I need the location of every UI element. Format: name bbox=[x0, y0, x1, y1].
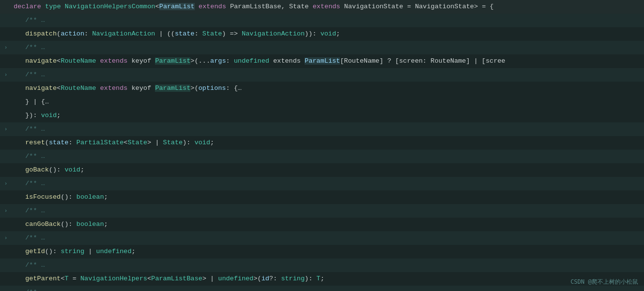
line-content-0: declare type NavigationHelpersCommon<Par… bbox=[12, 0, 644, 13]
code-token: isFocused bbox=[25, 193, 61, 201]
code-token: State bbox=[128, 139, 148, 146]
code-line-4: navigate<RouteName extends keyof ParamLi… bbox=[0, 54, 644, 68]
code-token: < bbox=[57, 57, 61, 65]
code-token: void bbox=[321, 30, 336, 37]
code-token: /** … bbox=[25, 71, 45, 78]
line-content-13: /** … bbox=[12, 177, 644, 190]
code-token: string bbox=[281, 275, 305, 282]
gutter-9[interactable]: › bbox=[0, 126, 12, 132]
code-token: /** … bbox=[25, 207, 45, 214]
code-token: state bbox=[175, 30, 195, 37]
code-token: ParamList bbox=[159, 3, 195, 10]
code-token: action bbox=[61, 30, 85, 37]
collapse-arrow-icon[interactable]: › bbox=[4, 181, 8, 187]
collapse-arrow-icon[interactable]: › bbox=[4, 45, 8, 51]
code-token: NavigationAction bbox=[242, 30, 305, 37]
line-content-10: reset(state: PartialState<State> | State… bbox=[12, 137, 644, 149]
code-token: reset bbox=[25, 139, 45, 146]
collapse-arrow-icon[interactable]: › bbox=[4, 126, 8, 132]
code-token: /** … bbox=[25, 125, 45, 133]
code-token: string bbox=[61, 248, 85, 255]
gutter-3[interactable]: › bbox=[0, 45, 12, 51]
code-token: < bbox=[61, 275, 65, 282]
code-line-20: getParent<T = NavigationHelpers<ParamLis… bbox=[0, 272, 644, 286]
code-line-1: /** … bbox=[0, 14, 644, 27]
code-token: getId bbox=[25, 248, 45, 255]
line-content-9: /** … bbox=[12, 123, 644, 136]
code-line-8: }): void; bbox=[0, 109, 644, 122]
code-token: T bbox=[317, 275, 321, 282]
code-token: ParamListBase bbox=[151, 275, 202, 282]
code-token: undefined bbox=[96, 248, 132, 255]
code-token: extends bbox=[100, 85, 128, 92]
line-content-20: getParent<T = NavigationHelpers<ParamLis… bbox=[12, 273, 644, 285]
code-token: /** … bbox=[25, 17, 45, 24]
line-content-14: isFocused(): boolean; bbox=[12, 191, 644, 204]
collapse-arrow-icon[interactable]: › bbox=[4, 72, 8, 78]
code-token: boolean bbox=[76, 221, 104, 228]
code-line-17: ›/** … bbox=[0, 231, 644, 245]
code-token: State bbox=[203, 30, 222, 37]
code-token: extends bbox=[313, 3, 340, 10]
code-token: NavigationHelpers bbox=[80, 275, 147, 282]
line-content-8: }): void; bbox=[12, 109, 644, 122]
line-content-3: /** … bbox=[12, 41, 644, 54]
line-content-5: /** … bbox=[12, 68, 644, 81]
code-token: NavigationHelpersCommon bbox=[61, 3, 155, 10]
line-content-12: goBack(): void; bbox=[12, 164, 644, 176]
code-line-7: } | {… bbox=[0, 95, 644, 109]
collapse-arrow-icon[interactable]: › bbox=[4, 208, 8, 214]
code-line-2: dispatch(action: NavigationAction | ((st… bbox=[0, 27, 644, 41]
code-line-16: canGoBack(): boolean; bbox=[0, 218, 644, 231]
code-token: < bbox=[57, 85, 61, 92]
code-token: dispatch bbox=[25, 30, 57, 37]
code-line-13: ›/** … bbox=[0, 177, 644, 190]
line-content-15: /** … bbox=[12, 205, 644, 217]
code-token: PartialState bbox=[76, 139, 123, 146]
code-token: options bbox=[199, 85, 226, 92]
code-line-5: ›/** … bbox=[0, 68, 644, 82]
gutter-13[interactable]: › bbox=[0, 181, 12, 187]
code-line-3: ›/** … bbox=[0, 41, 644, 54]
code-token: ParamList bbox=[155, 85, 190, 92]
code-token: /** … bbox=[25, 180, 45, 187]
code-token: args bbox=[210, 57, 226, 65]
gutter-17[interactable]: › bbox=[0, 235, 12, 241]
line-content-1: /** … bbox=[12, 14, 644, 27]
code-token: getParent bbox=[25, 275, 61, 282]
code-token: void bbox=[65, 166, 80, 173]
code-token: /** … bbox=[25, 289, 45, 291]
code-token: id bbox=[261, 275, 269, 282]
collapse-arrow-icon[interactable]: › bbox=[4, 235, 8, 241]
code-token: /** … bbox=[25, 44, 45, 51]
code-token: undefined bbox=[218, 275, 254, 282]
code-token: void bbox=[194, 139, 210, 146]
code-line-14: isFocused(): boolean; bbox=[0, 190, 644, 204]
code-line-10: reset(state: PartialState<State> | State… bbox=[0, 136, 644, 150]
watermark: CSDN @爬不上树的小松鼠 bbox=[571, 278, 638, 286]
code-token: state bbox=[49, 139, 69, 146]
code-token: undefined bbox=[234, 57, 269, 65]
line-content-18: getId(): string | undefined; bbox=[12, 245, 644, 258]
code-token: void bbox=[41, 112, 56, 119]
code-token: extends bbox=[100, 57, 128, 65]
line-content-17: /** … bbox=[12, 232, 644, 244]
gutter-15[interactable]: › bbox=[0, 208, 12, 214]
code-line-6: navigate<RouteName extends keyof ParamLi… bbox=[0, 82, 644, 95]
code-line-18: getId(): string | undefined; bbox=[0, 245, 644, 258]
code-token: navigate bbox=[25, 57, 57, 65]
line-content-16: canGoBack(): boolean; bbox=[12, 218, 644, 231]
code-line-19: /** … bbox=[0, 258, 644, 272]
code-token: /** … bbox=[25, 234, 45, 241]
code-token: T bbox=[65, 275, 68, 282]
line-content-4: navigate<RouteName extends keyof ParamLi… bbox=[12, 55, 644, 68]
code-token: ( bbox=[57, 30, 61, 37]
code-token: < bbox=[155, 3, 159, 10]
code-line-21: /** … bbox=[0, 286, 644, 291]
code-token: State bbox=[163, 139, 183, 146]
line-content-21: /** … bbox=[12, 286, 644, 291]
code-token: ( bbox=[45, 139, 49, 146]
gutter-5[interactable]: › bbox=[0, 72, 12, 78]
code-token: /** … bbox=[25, 261, 45, 269]
line-content-7: } | {… bbox=[12, 96, 644, 108]
